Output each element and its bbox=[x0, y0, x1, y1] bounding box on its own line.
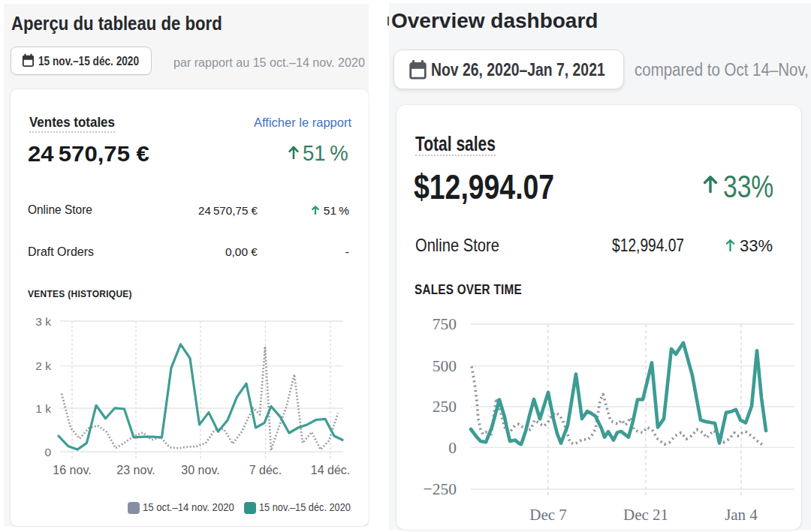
svg-text:1 k: 1 k bbox=[35, 402, 51, 415]
svg-text:250: 250 bbox=[433, 398, 457, 416]
svg-text:24 570,75 €: 24 570,75 € bbox=[198, 203, 258, 216]
svg-text:$12,994.07: $12,994.07 bbox=[414, 167, 554, 206]
svg-text:500: 500 bbox=[433, 357, 457, 375]
svg-text:15 oct.–14 nov. 2020: 15 oct.–14 nov. 2020 bbox=[143, 500, 234, 513]
svg-text:Jan 4: Jan 4 bbox=[725, 506, 758, 524]
svg-text:−250: −250 bbox=[424, 480, 457, 498]
svg-text:Draft Orders: Draft Orders bbox=[28, 245, 94, 258]
svg-text:15 nov.–15 déc. 2020: 15 nov.–15 déc. 2020 bbox=[38, 54, 139, 68]
svg-text:24 570,75 €: 24 570,75 € bbox=[28, 140, 149, 165]
svg-text:Online Store: Online Store bbox=[28, 203, 92, 216]
svg-text:0,00 €: 0,00 € bbox=[225, 245, 258, 258]
svg-text:33%: 33% bbox=[740, 236, 773, 255]
svg-text:14 déc.: 14 déc. bbox=[311, 464, 350, 476]
svg-text:51 %: 51 % bbox=[303, 140, 348, 165]
svg-text:16 nov.: 16 nov. bbox=[53, 464, 91, 476]
svg-text:Afficher le rapport: Afficher le rapport bbox=[254, 116, 351, 129]
svg-text:-: - bbox=[345, 245, 349, 258]
svg-text:7 déc.: 7 déc. bbox=[249, 464, 282, 476]
svg-text:VENTES (HISTORIQUE): VENTES (HISTORIQUE) bbox=[28, 289, 132, 300]
svg-text:Total sales: Total sales bbox=[415, 132, 496, 155]
svg-text:3 k: 3 k bbox=[35, 315, 51, 328]
svg-text:750: 750 bbox=[433, 315, 457, 333]
svg-text:$12,994.07: $12,994.07 bbox=[612, 236, 684, 254]
svg-text:Dec 21: Dec 21 bbox=[623, 506, 668, 524]
svg-text:par rapport au 15 oct.–14 nov.: par rapport au 15 oct.–14 nov. 2020 bbox=[173, 55, 365, 68]
svg-text:compared to Oct 14–Nov,: compared to Oct 14–Nov, bbox=[635, 60, 809, 80]
svg-text:Overview dashboard: Overview dashboard bbox=[391, 9, 598, 32]
svg-text:0: 0 bbox=[44, 446, 51, 458]
svg-text:30 nov.: 30 nov. bbox=[181, 464, 219, 476]
svg-text:Dec 7: Dec 7 bbox=[529, 506, 567, 524]
svg-text:0: 0 bbox=[448, 439, 457, 457]
svg-text:Aperçu du tableau de bord: Aperçu du tableau de bord bbox=[11, 13, 222, 34]
svg-text:Online Store: Online Store bbox=[415, 236, 499, 256]
svg-text:2 k: 2 k bbox=[35, 359, 51, 372]
svg-text:51 %: 51 % bbox=[324, 204, 349, 217]
svg-text:SALES OVER TIME: SALES OVER TIME bbox=[415, 282, 522, 298]
svg-text:33%: 33% bbox=[723, 169, 773, 203]
svg-text:Ventes totales: Ventes totales bbox=[29, 115, 115, 130]
svg-text:Nov 26, 2020–Jan 7, 2021: Nov 26, 2020–Jan 7, 2021 bbox=[431, 59, 605, 80]
svg-text:23 nov.: 23 nov. bbox=[116, 464, 155, 476]
svg-text:15 nov.–15 déc. 2020: 15 nov.–15 déc. 2020 bbox=[259, 500, 351, 513]
